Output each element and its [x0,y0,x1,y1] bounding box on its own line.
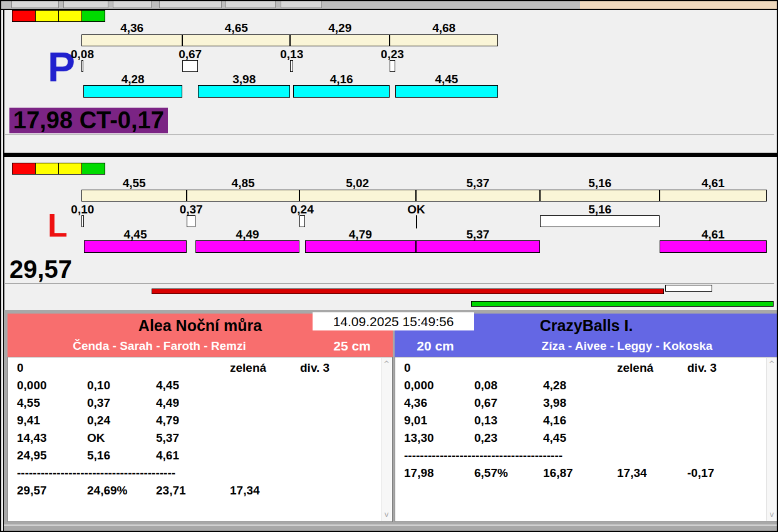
table-cell [87,361,156,379]
table-cell [617,396,687,414]
table-cell: 0,23 [474,431,543,449]
split-time-label: 4,55 [123,176,146,190]
table-cell: 0,000 [17,379,87,396]
run-time-bar [416,240,541,253]
run-time-label: 3,98 [232,73,256,86]
table-cell [617,431,687,449]
table-cell [300,484,381,501]
scroll-down-arrow[interactable]: v [381,511,392,518]
table-cell: 17,98 [404,466,474,484]
crossing-box [290,60,293,72]
dashes-separator: ---------------------------------------- [17,466,381,484]
table-cell: 4,36 [404,396,474,414]
table-cell: div. 3 [300,361,381,379]
teams-section: 14.09.2025 15:49:56 Alea Noční můra Čend… [4,310,777,531]
table-cell [543,361,617,379]
table-cell: 13,30 [404,431,474,449]
table-row: ---------------------------------------- [395,449,766,466]
split-time-label: 4,68 [432,21,455,35]
split-time-bar-segment [660,190,767,202]
table-cell: 23,71 [156,484,230,501]
green-elapsed-bar [471,301,774,307]
start-light [81,163,105,175]
table-cell: 6,57% [474,466,543,484]
run-time-bar [395,85,499,98]
toolbar-button[interactable] [113,1,152,8]
table-cell [230,379,300,396]
table-cell [230,431,300,449]
lane-l-letter: L [48,209,68,242]
lane-p-panel: P 4,360,084,284,650,673,984,290,134,164,… [1,10,778,108]
table-cell: 17,34 [230,484,300,501]
ok-tick [416,215,417,228]
run-time-bar [660,240,767,253]
run-time-label: 4,28 [122,73,145,86]
table-cell: 4,28 [543,379,617,396]
table-cell: 4,45 [156,379,230,396]
crossing-time-label: 0,10 [71,203,94,217]
start-light [35,163,59,175]
toolbar-button[interactable] [159,1,222,8]
run-time-label: 5,37 [466,228,489,242]
jump-height: 25 cm [311,339,393,354]
crossing-time-label: 0,67 [179,48,202,61]
toolbar-button[interactable] [63,1,108,8]
table-cell [687,396,766,414]
table-cell: 0,13 [474,414,543,431]
run-time-bar [195,240,299,253]
run-time-label: 4,79 [349,228,372,242]
split-time-bar-segment [81,34,182,46]
vertical-scrollbar[interactable]: ^ v [766,358,777,521]
table-row: 4,360,673,98 [395,396,766,414]
run-time-bar [83,85,182,98]
table-row: 4,550,374,49 [8,396,381,414]
table-cell: OK [87,431,156,449]
table-cell: 0 [404,361,474,379]
divider [5,283,774,284]
table-cell: 0 [17,361,87,379]
toolbar-button[interactable] [11,1,59,8]
crossing-box [540,215,660,227]
crossing-time-label: 0,24 [291,203,314,217]
crossing-box [187,215,195,227]
table-row: ---------------------------------------- [8,466,381,484]
scroll-up-arrow[interactable]: ^ [767,361,777,368]
team-members: Zíza - Aivee - Leggy - Kokoska [476,339,778,353]
table-cell [230,396,300,414]
split-time-label: 4,85 [232,176,255,190]
results-table-blue[interactable]: 0zelenádiv. 30,0000,084,284,360,673,989,… [395,357,778,522]
start-lights [13,163,105,175]
table-cell: 29,57 [17,484,87,501]
table-cell: 4,79 [156,414,230,431]
start-light [81,10,105,22]
table-cell [617,414,687,431]
table-cell: 4,55 [17,396,87,414]
crossing-time-label: 5,16 [588,203,611,217]
datetime-display: 14.09.2025 15:49:56 [313,312,474,330]
start-lights [13,10,105,22]
run-time-bar [198,85,290,98]
run-time-bar [305,240,416,253]
table-row: 9,410,244,79 [8,414,381,431]
crossing-box [81,60,83,72]
red-elapsed-bar [152,289,664,294]
split-time-bar-segment [81,190,187,202]
table-cell [156,361,230,379]
vertical-scrollbar[interactable]: ^ v [381,358,392,521]
split-time-bar-segment [540,190,660,202]
toolbar-button[interactable] [226,1,276,8]
table-cell: 0,67 [474,396,543,414]
table-row: 13,300,234,45 [395,431,766,449]
scroll-up-arrow[interactable]: ^ [381,361,392,368]
table-cell [617,379,687,396]
table-row: 0,0000,084,28 [395,379,766,396]
table-cell: 24,69% [87,484,156,501]
split-time-label: 4,36 [120,21,143,35]
start-light [12,10,36,22]
start-light [35,10,59,22]
scroll-down-arrow[interactable]: v [767,511,777,518]
team-members: Čenda - Sarah - Faroth - Remzi [8,339,311,353]
toolbar-button[interactable] [281,1,322,8]
run-time-label: 4,61 [702,228,725,242]
results-table-red[interactable]: 0zelenádiv. 30,0000,104,454,550,374,499,… [8,357,393,522]
